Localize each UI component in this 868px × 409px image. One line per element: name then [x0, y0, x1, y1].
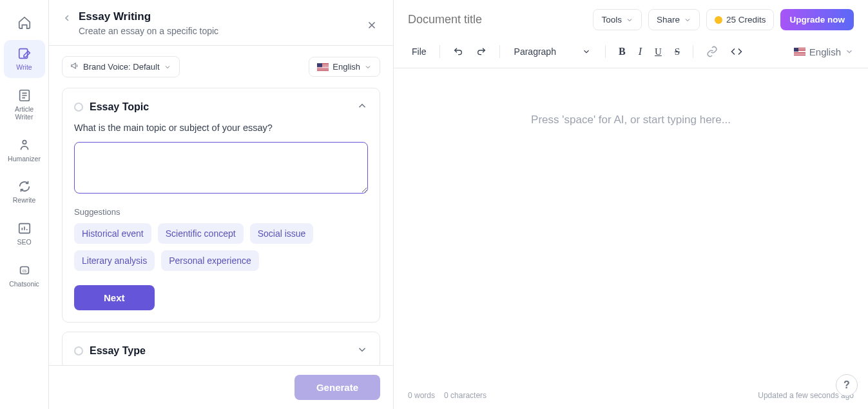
sidebar-item-home[interactable]: [4, 9, 45, 36]
us-flag-icon: [317, 63, 329, 71]
share-dropdown[interactable]: Share: [648, 9, 700, 30]
file-menu[interactable]: File: [408, 44, 430, 59]
brand-voice-label: Brand Voice: Default: [83, 62, 160, 72]
link-button[interactable]: [702, 43, 722, 60]
chevron-up-icon: [356, 100, 368, 114]
strikethrough-button[interactable]: S: [671, 44, 684, 60]
tools-dropdown[interactable]: Tools: [593, 9, 642, 30]
credits-badge[interactable]: 25 Credits: [706, 9, 775, 30]
back-button[interactable]: [62, 13, 72, 25]
chevron-down-icon: [356, 344, 368, 357]
bold-button[interactable]: B: [615, 43, 630, 60]
sidebar-item-rewrite[interactable]: Rewrite: [4, 173, 45, 211]
megaphone-icon: [70, 61, 79, 72]
article-icon: [17, 88, 32, 103]
separator: [499, 45, 500, 58]
sidebar-item-chatsonic[interactable]: cs Chatsonic: [4, 257, 45, 295]
tools-label: Tools: [601, 15, 622, 25]
chatsonic-icon: cs: [17, 263, 32, 277]
brand-voice-dropdown[interactable]: Brand Voice: Default: [62, 56, 180, 77]
suggestion-chip[interactable]: Historical event: [74, 223, 151, 244]
panel-subtitle: Create an essay on a specific topic: [79, 26, 363, 36]
step-indicator-icon: [74, 103, 83, 112]
share-label: Share: [657, 15, 680, 25]
suggestion-chip[interactable]: Scientific concept: [158, 223, 244, 244]
credits-dot-icon: [715, 16, 722, 24]
redo-button[interactable]: [472, 44, 490, 59]
seo-icon: [17, 221, 32, 235]
suggestion-chip[interactable]: Literary analysis: [74, 250, 155, 271]
config-panel: Essay Writing Create an essay on a speci…: [49, 0, 394, 409]
sidebar-item-write[interactable]: Write: [4, 40, 45, 78]
separator: [605, 45, 606, 58]
panel-language-dropdown[interactable]: English: [309, 57, 380, 77]
step-essay-topic-title: Essay Topic: [90, 101, 350, 113]
char-count: 0 characters: [444, 391, 487, 400]
svg-text:cs: cs: [22, 268, 26, 272]
sidebar-item-label: SEO: [17, 238, 31, 246]
write-icon: [17, 46, 32, 61]
svg-point-2: [23, 140, 26, 144]
essay-topic-input[interactable]: [74, 142, 368, 194]
sidebar-item-label: Humanizer: [8, 155, 41, 163]
sidebar-item-seo[interactable]: SEO: [4, 215, 45, 253]
sidebar-item-article-writer[interactable]: Article Writer: [4, 82, 45, 128]
separator: [439, 45, 440, 58]
sidebar-item-humanizer[interactable]: Humanizer: [4, 132, 45, 170]
help-button[interactable]: ?: [836, 374, 858, 396]
sidebar-item-label: Article Writer: [6, 105, 43, 121]
separator: [693, 45, 693, 58]
next-button[interactable]: Next: [74, 285, 155, 310]
credits-label: 25 Credits: [726, 15, 766, 25]
suggestions-label: Suggestions: [74, 207, 368, 217]
suggestion-chip[interactable]: Social issue: [250, 223, 314, 244]
sidebar-item-label: Chatsonic: [9, 280, 39, 288]
sidebar-item-label: Rewrite: [13, 196, 36, 204]
undo-button[interactable]: [449, 44, 467, 59]
sidebar-item-label: Write: [16, 63, 32, 72]
suggestion-chip[interactable]: Personal experience: [161, 250, 259, 271]
help-icon: ?: [844, 379, 850, 391]
code-button[interactable]: [727, 43, 746, 60]
close-button[interactable]: [363, 17, 380, 35]
italic-button[interactable]: I: [635, 43, 646, 60]
document-title-input[interactable]: [408, 13, 586, 26]
sidebar: Write Article Writer Humanizer Rewrite S…: [0, 0, 49, 409]
upgrade-button[interactable]: Upgrade now: [780, 9, 854, 30]
step-essay-type-card: Essay Type: [62, 332, 380, 365]
step-essay-type-title: Essay Type: [90, 345, 350, 357]
panel-language-label: English: [333, 62, 360, 72]
step-essay-topic-header[interactable]: Essay Topic: [74, 100, 368, 114]
underline-button[interactable]: U: [651, 44, 666, 60]
editor-panel: Tools Share 25 Credits Upgrade now File: [394, 0, 868, 409]
rewrite-icon: [17, 179, 32, 194]
step-essay-topic-card: Essay Topic What is the main topic or su…: [62, 88, 380, 323]
us-flag-icon: [794, 48, 805, 55]
editor-placeholder: Press 'space' for AI, or start typing he…: [420, 114, 842, 126]
step-essay-topic-question: What is the main topic or subject of you…: [74, 123, 368, 133]
word-count: 0 words: [408, 391, 435, 400]
step-essay-type-header[interactable]: Essay Type: [74, 344, 368, 357]
home-icon: [17, 15, 32, 30]
step-indicator-icon: [74, 346, 83, 355]
paragraph-style-dropdown[interactable]: Paragraph: [509, 44, 596, 59]
panel-title: Essay Writing: [79, 10, 363, 23]
humanizer-icon: [17, 138, 32, 152]
generate-button[interactable]: Generate: [294, 375, 380, 400]
editor-body[interactable]: Press 'space' for AI, or start typing he…: [394, 68, 868, 384]
editor-language-dropdown[interactable]: English: [794, 46, 854, 57]
